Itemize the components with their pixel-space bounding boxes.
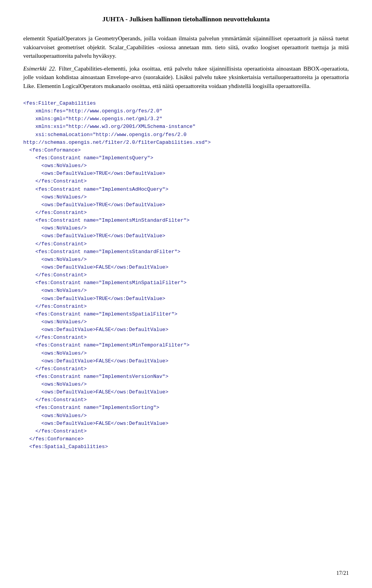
example-number: Esimerkki 22. [23,66,59,72]
code-block: <fes:Filter_Capabilities xmlns:fes="http… [23,100,349,451]
example-text: Filter_Capabilities-elementti, joka osoi… [23,66,349,89]
paragraph-1: elementit SpatialOperators ja GeometryOp… [23,34,349,60]
page-title: JUHTA - Julkisen hallinnon tietohallinno… [23,16,349,23]
page-number: 17/21 [336,570,349,576]
example-label: Esimerkki 22. Filter_Capabilities-elemen… [23,64,349,91]
